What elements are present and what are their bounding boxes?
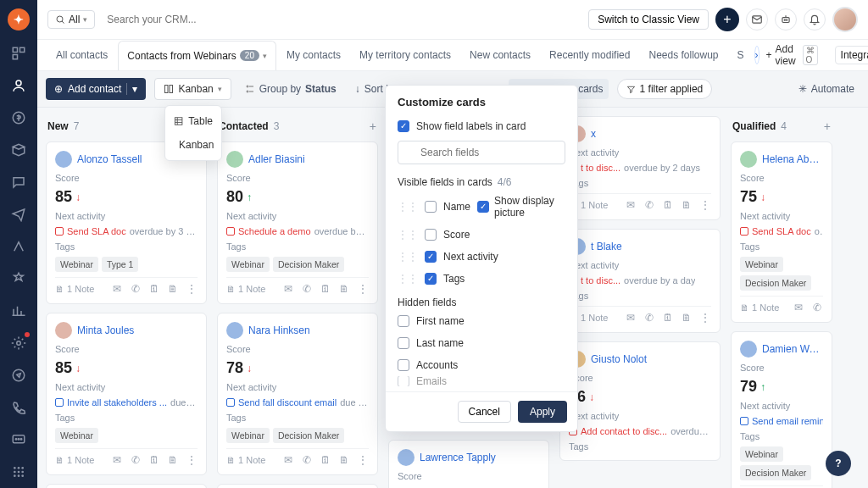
contact-name-link[interactable]: Minta Joules [77, 324, 134, 336]
tab-followup[interactable]: Needs followup [640, 41, 726, 69]
explore-icon[interactable] [9, 366, 28, 385]
contact-card[interactable]: x Next activity t to disc...overdue by 2… [559, 116, 721, 220]
contact-card[interactable]: Damien Walter Score79↑ Next activity Sen… [731, 331, 832, 488]
visible-field[interactable]: ⋮⋮ Score [386, 224, 577, 246]
mail-icon[interactable]: ✉ [625, 199, 637, 211]
add-view-button[interactable]: + Add view [761, 40, 801, 70]
tab-my-contacts[interactable]: My contacts [278, 41, 349, 69]
contact-card[interactable]: Giusto Nolot Score76↓ Next activity Add … [559, 341, 721, 461]
user-avatar[interactable] [832, 7, 858, 32]
hidden-field[interactable]: First name [386, 310, 577, 332]
mail-icon[interactable] [746, 8, 768, 30]
display-picture-checkbox[interactable] [477, 201, 489, 213]
calendar-icon[interactable]: 🗓 [148, 283, 160, 295]
call-icon[interactable]: ✆ [301, 283, 313, 295]
bell-icon[interactable] [804, 8, 826, 30]
field-checkbox[interactable] [425, 229, 437, 241]
group-by-button[interactable]: Group by Status [240, 79, 342, 99]
field-search-input[interactable] [398, 141, 565, 164]
task-icon[interactable]: 🗎 [338, 454, 350, 466]
show-labels-checkbox[interactable] [398, 120, 409, 132]
field-checkbox[interactable] [398, 376, 409, 386]
more-icon[interactable]: ⋮ [186, 454, 198, 466]
contact-name-link[interactable]: Helena Abbott [762, 153, 823, 165]
call-icon[interactable]: ✆ [130, 454, 142, 466]
task-icon[interactable]: 🗎 [338, 283, 350, 295]
contact-name-link[interactable]: x [591, 128, 596, 140]
mail-icon[interactable]: ✉ [625, 312, 637, 324]
contact-name-link[interactable]: Damien Walter [762, 343, 823, 355]
calendar-icon[interactable]: 🗓 [662, 199, 674, 211]
switch-classic-button[interactable]: Switch to Classic View [588, 9, 709, 30]
more-icon[interactable]: ⋮ [357, 283, 369, 295]
view-option-kanban[interactable]: Kanban [165, 133, 221, 157]
chat-icon[interactable] [9, 173, 28, 191]
tab-recent[interactable]: Recently modified [541, 41, 638, 69]
reports-icon[interactable] [9, 302, 28, 320]
field-checkbox[interactable] [398, 337, 409, 349]
add-card-icon[interactable]: + [824, 119, 831, 133]
sms-icon[interactable] [9, 430, 28, 449]
contact-card[interactable]: Nara Hinksen Score78↓ Next activity Send… [217, 313, 378, 475]
calendar-icon[interactable]: 🗓 [148, 454, 160, 466]
tab-territory[interactable]: My territory contacts [351, 41, 459, 69]
view-switcher[interactable]: Kanban ▾ [154, 78, 231, 100]
hidden-field[interactable]: Emails [386, 376, 577, 386]
contact-card[interactable]: Jannel Whitsey Score78↓ Next activity Se… [217, 484, 378, 488]
products-icon[interactable] [9, 141, 28, 159]
apply-button[interactable]: Apply [518, 401, 567, 423]
hidden-field[interactable]: Accounts [386, 354, 577, 376]
mail-icon[interactable]: ✉ [793, 302, 804, 313]
calendar-icon[interactable]: 🗓 [320, 454, 331, 466]
contact-name-link[interactable]: Adler Biasini [248, 153, 305, 165]
tab-all-contacts[interactable]: All contacts [47, 41, 116, 69]
notes-count[interactable]: 🗎 1 Note [740, 302, 779, 313]
mail-icon[interactable]: ✉ [111, 454, 123, 466]
tab-overflow[interactable]: S [729, 41, 753, 69]
phone-icon[interactable] [9, 398, 28, 417]
freddy-icon[interactable] [775, 8, 797, 30]
contact-name-link[interactable]: t Blake [591, 241, 622, 252]
contact-card[interactable]: Minta Joules Score85↓ Next activity Invi… [46, 313, 207, 475]
notes-count[interactable]: 🗎 1 Note [55, 284, 94, 294]
tab-contacts-webinars[interactable]: Contacts from Webinars 20 ▾ [118, 41, 276, 71]
contact-card[interactable]: t Blake Next activity t to disc...overdu… [559, 229, 721, 333]
contact-name-link[interactable]: Nara Hinksen [248, 324, 310, 336]
deals-icon[interactable] [9, 108, 28, 127]
view-option-table[interactable]: Table [165, 109, 221, 133]
more-icon[interactable]: ⋮ [699, 312, 711, 324]
contact-card[interactable]: Lawrence Tapply Score76↓ Next activity S… [388, 440, 549, 488]
integrate-button[interactable]: Integrate [835, 46, 868, 64]
contact-name-link[interactable]: Giusto Nolot [591, 353, 647, 365]
mail-icon[interactable]: ✉ [282, 454, 294, 466]
automate-button[interactable]: ✳ Automate [793, 79, 860, 99]
contact-card[interactable]: Helena Abbott Score75↓ Next activity Sen… [731, 141, 832, 323]
drag-handle-icon[interactable]: ⋮⋮ [398, 201, 418, 213]
field-checkbox[interactable] [398, 315, 409, 327]
contacts-icon[interactable] [9, 76, 28, 95]
contact-card[interactable]: Adler Biasini Score80↑ Next activity Sch… [217, 141, 378, 304]
notes-count[interactable]: 🗎 1 Note [226, 284, 265, 294]
calendar-icon[interactable]: 🗓 [320, 283, 331, 295]
drag-handle-icon[interactable]: ⋮⋮ [398, 251, 418, 263]
settings-icon[interactable] [9, 334, 28, 352]
task-icon[interactable]: 🗎 [681, 312, 693, 324]
more-icon[interactable]: ⋮ [357, 454, 369, 466]
calendar-icon[interactable]: 🗓 [662, 312, 674, 324]
contact-name-link[interactable]: Lawrence Tapply [420, 452, 496, 463]
journeys-icon[interactable] [9, 237, 28, 256]
dashboard-icon[interactable] [9, 44, 28, 63]
field-checkbox[interactable] [425, 251, 437, 263]
tab-new[interactable]: New contacts [461, 41, 539, 69]
search-scope-button[interactable]: All ▾ [47, 10, 95, 29]
campaigns-icon[interactable] [9, 205, 28, 224]
field-checkbox[interactable] [398, 359, 409, 371]
search-input[interactable] [102, 8, 581, 30]
quick-add-button[interactable]: + [715, 8, 739, 31]
apps-icon[interactable] [9, 463, 28, 481]
contact-card[interactable]: Alonzo Tassell Score85↓ Next activity Se… [46, 141, 207, 304]
add-card-icon[interactable]: + [370, 119, 376, 133]
cancel-button[interactable]: Cancel [458, 401, 511, 423]
automation-icon[interactable] [9, 269, 28, 288]
mail-icon[interactable]: ✉ [111, 283, 123, 295]
